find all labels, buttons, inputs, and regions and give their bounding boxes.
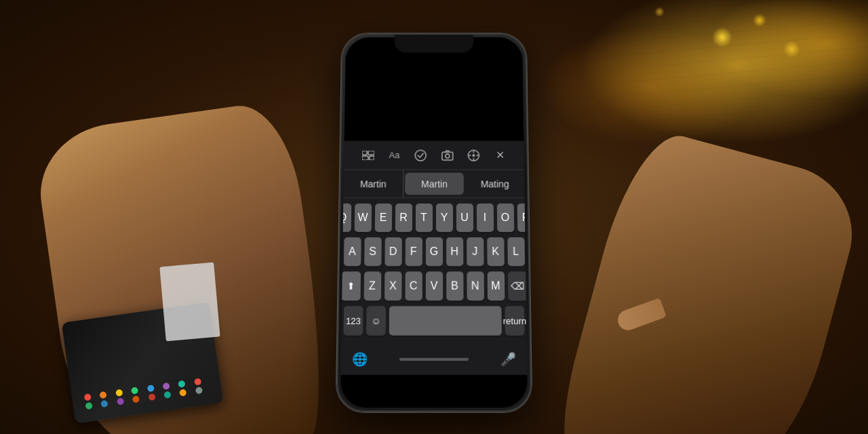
svg-rect-2 bbox=[362, 156, 368, 160]
close-icon[interactable]: ✕ bbox=[490, 146, 509, 164]
phone-screen: Aa bbox=[340, 37, 528, 408]
keyboard-row-2: A S D F G H J K L bbox=[344, 237, 524, 266]
svg-rect-0 bbox=[362, 151, 367, 155]
key-x[interactable]: X bbox=[384, 271, 402, 300]
svg-rect-3 bbox=[370, 156, 374, 160]
key-delete[interactable]: ⌫ bbox=[507, 271, 527, 300]
home-indicator bbox=[399, 358, 469, 361]
key-n[interactable]: N bbox=[467, 271, 484, 300]
key-e[interactable]: E bbox=[374, 203, 391, 232]
svg-rect-5 bbox=[442, 152, 453, 160]
keyboard-bottom: 🌐 🎤 bbox=[341, 344, 528, 375]
key-emoji[interactable]: ☺ bbox=[366, 306, 386, 335]
grid-icon[interactable] bbox=[359, 146, 378, 164]
white-card bbox=[159, 262, 220, 342]
autocomplete-item-3[interactable]: Mating bbox=[465, 170, 525, 197]
key-r[interactable]: R bbox=[395, 203, 412, 232]
key-v[interactable]: V bbox=[425, 271, 442, 300]
autocomplete-item-1[interactable]: Martin bbox=[343, 170, 403, 197]
key-z[interactable]: Z bbox=[363, 271, 381, 300]
key-shift[interactable]: ⬆ bbox=[341, 271, 361, 300]
key-b[interactable]: B bbox=[446, 271, 463, 300]
autocomplete-item-2[interactable]: Martin bbox=[405, 173, 464, 195]
camera-icon[interactable] bbox=[438, 146, 457, 164]
key-space[interactable] bbox=[389, 306, 502, 335]
bokeh-light-4 bbox=[654, 7, 665, 17]
key-return[interactable]: return bbox=[505, 306, 524, 335]
key-numbers[interactable]: 123 bbox=[343, 306, 363, 335]
svg-rect-1 bbox=[368, 151, 374, 155]
key-q[interactable]: Q bbox=[340, 203, 351, 232]
key-g[interactable]: G bbox=[425, 237, 442, 266]
svg-point-8 bbox=[472, 154, 475, 157]
key-c[interactable]: C bbox=[405, 271, 422, 300]
key-u[interactable]: U bbox=[456, 203, 473, 232]
bokeh-light-2 bbox=[753, 14, 766, 27]
key-l[interactable]: L bbox=[507, 237, 525, 266]
text-area[interactable] bbox=[344, 37, 524, 141]
keyboard-row-3: ⬆ Z X C V B N M ⌫ bbox=[344, 271, 524, 300]
svg-point-4 bbox=[416, 150, 427, 161]
key-h[interactable]: H bbox=[446, 237, 463, 266]
text-format-icon[interactable]: Aa bbox=[385, 146, 404, 164]
key-k[interactable]: K bbox=[487, 237, 505, 266]
globe-icon[interactable]: 🌐 bbox=[352, 351, 368, 367]
keyboard-row-1: Q W E R T Y U I O P bbox=[345, 203, 524, 232]
key-t[interactable]: T bbox=[415, 203, 432, 232]
key-p[interactable]: P bbox=[517, 203, 528, 232]
autocomplete-bar: Martin Martin Mating bbox=[343, 170, 524, 198]
checkmark-icon[interactable] bbox=[412, 146, 431, 164]
keyboard-row-4: 123 ☺ return bbox=[343, 306, 524, 335]
bokeh-light-1 bbox=[712, 27, 732, 47]
mic-icon[interactable]: 🎤 bbox=[500, 351, 516, 367]
phone-notch bbox=[395, 35, 474, 52]
key-m[interactable]: M bbox=[487, 271, 505, 300]
key-i[interactable]: I bbox=[476, 203, 493, 232]
keyboard: Q W E R T Y U I O P A S D F G H J K bbox=[341, 198, 526, 344]
phone: Aa bbox=[336, 33, 532, 412]
key-a[interactable]: A bbox=[343, 237, 361, 266]
key-f[interactable]: F bbox=[405, 237, 422, 266]
key-s[interactable]: S bbox=[364, 237, 382, 266]
key-w[interactable]: W bbox=[354, 203, 371, 232]
key-d[interactable]: D bbox=[384, 237, 401, 266]
key-y[interactable]: Y bbox=[435, 203, 452, 232]
svg-point-6 bbox=[445, 154, 449, 158]
key-j[interactable]: J bbox=[467, 237, 484, 266]
bokeh-light-3 bbox=[783, 41, 800, 58]
keyboard-toolbar: Aa bbox=[344, 141, 524, 170]
compass-icon[interactable] bbox=[464, 146, 483, 164]
key-o[interactable]: O bbox=[496, 203, 513, 232]
